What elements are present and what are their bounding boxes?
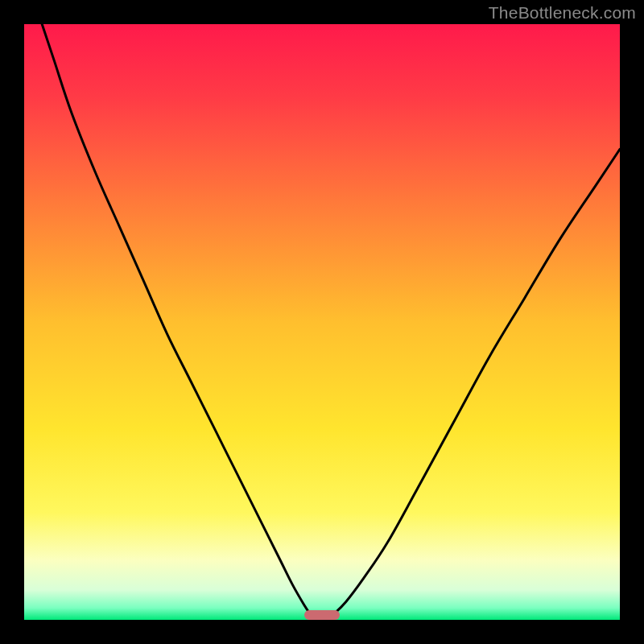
right-curve bbox=[334, 149, 620, 613]
plot-area bbox=[24, 24, 620, 620]
watermark-text: TheBottleneck.com bbox=[489, 3, 636, 23]
left-curve bbox=[42, 24, 310, 614]
bottleneck-marker bbox=[304, 610, 340, 620]
chart-frame: TheBottleneck.com bbox=[0, 0, 644, 644]
curves bbox=[24, 24, 620, 620]
